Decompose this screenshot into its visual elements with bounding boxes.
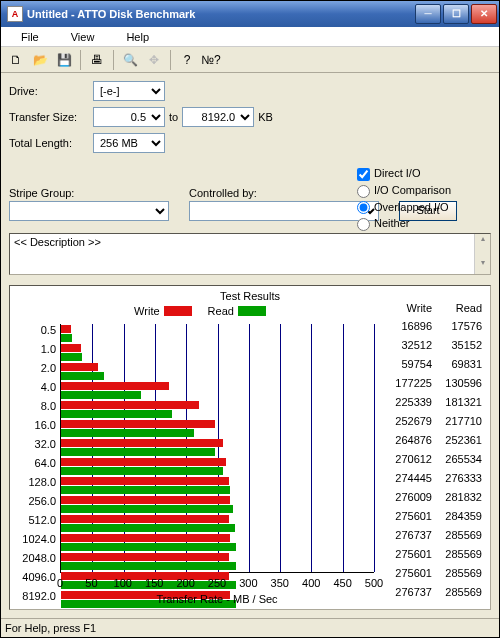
read-value: 284359 bbox=[432, 510, 482, 529]
write-bar bbox=[61, 496, 230, 504]
read-value: 181321 bbox=[432, 396, 482, 415]
y-tick-label: 256.0 bbox=[18, 495, 56, 514]
y-tick-label: 4.0 bbox=[18, 381, 56, 400]
write-bar bbox=[61, 515, 229, 523]
description-placeholder: << Description >> bbox=[14, 236, 101, 248]
menu-help[interactable]: Help bbox=[110, 28, 165, 46]
label-kb: KB bbox=[258, 111, 273, 123]
menu-file[interactable]: File bbox=[5, 28, 55, 46]
read-value: 217710 bbox=[432, 415, 482, 434]
neither-radio[interactable]: Neither bbox=[357, 217, 489, 231]
col-header-read: Read bbox=[432, 302, 482, 321]
menu-view[interactable]: View bbox=[55, 28, 111, 46]
preview-icon[interactable]: 🔍 bbox=[119, 49, 141, 71]
chart-xlabel: Transfer Rate - MB / Sec bbox=[60, 593, 374, 605]
write-value: 225339 bbox=[382, 396, 432, 415]
read-bar bbox=[61, 505, 233, 513]
read-value: 35152 bbox=[432, 339, 482, 358]
write-value: 59754 bbox=[382, 358, 432, 377]
description-box[interactable]: << Description >> ▴▾ bbox=[9, 233, 491, 275]
write-bar bbox=[61, 553, 229, 561]
read-value: 69831 bbox=[432, 358, 482, 377]
read-value: 130596 bbox=[432, 377, 482, 396]
direct-io-checkbox[interactable]: Direct I/O bbox=[357, 167, 489, 181]
save-icon[interactable]: 💾 bbox=[53, 49, 75, 71]
read-value: 285569 bbox=[432, 586, 482, 605]
y-tick-label: 8.0 bbox=[18, 400, 56, 419]
write-bar bbox=[61, 363, 98, 371]
read-value: 281832 bbox=[432, 491, 482, 510]
read-value: 285569 bbox=[432, 567, 482, 586]
read-value: 17576 bbox=[432, 320, 482, 339]
label-transfer-size: Transfer Size: bbox=[9, 111, 89, 123]
y-tick-label: 64.0 bbox=[18, 457, 56, 476]
results-title: Test Results bbox=[18, 290, 482, 302]
col-header-write: Write bbox=[382, 302, 432, 321]
y-tick-label: 8192.0 bbox=[18, 590, 56, 609]
help-icon[interactable]: ? bbox=[176, 49, 198, 71]
stripe-group-select[interactable] bbox=[9, 201, 169, 221]
close-button[interactable]: ✕ bbox=[471, 4, 497, 24]
label-to: to bbox=[169, 111, 178, 123]
transfer-size-from-select[interactable]: 0.5 bbox=[93, 107, 165, 127]
write-value: 275601 bbox=[382, 510, 432, 529]
window-title: Untitled - ATTO Disk Benchmark bbox=[27, 8, 415, 20]
y-tick-label: 16.0 bbox=[18, 419, 56, 438]
read-bar bbox=[61, 334, 72, 342]
label-controlled-by: Controlled by: bbox=[189, 187, 379, 199]
write-value: 264876 bbox=[382, 434, 432, 453]
new-icon[interactable]: 🗋 bbox=[5, 49, 27, 71]
read-bar bbox=[61, 391, 141, 399]
overlapped-io-radio[interactable]: Overlapped I/O bbox=[357, 201, 489, 215]
scrollbar[interactable]: ▴▾ bbox=[474, 234, 490, 274]
write-value: 275601 bbox=[382, 567, 432, 586]
test-results-panel: Test Results Write Read Write Read 0.51.… bbox=[9, 285, 491, 610]
legend-write: Write bbox=[134, 305, 191, 317]
write-value: 177225 bbox=[382, 377, 432, 396]
write-value: 270612 bbox=[382, 453, 432, 472]
read-bar bbox=[61, 543, 236, 551]
y-tick-label: 4096.0 bbox=[18, 571, 56, 590]
toolbar: 🗋 📂 💾 🖶 🔍 ✥ ? №? bbox=[1, 47, 499, 73]
label-drive: Drive: bbox=[9, 85, 89, 97]
move-icon[interactable]: ✥ bbox=[143, 49, 165, 71]
read-bar bbox=[61, 353, 82, 361]
drive-select[interactable]: [-e-] bbox=[93, 81, 165, 101]
write-bar bbox=[61, 382, 169, 390]
controlled-by-select[interactable] bbox=[189, 201, 379, 221]
read-bar bbox=[61, 524, 235, 532]
app-icon: A bbox=[7, 6, 23, 22]
y-tick-label: 128.0 bbox=[18, 476, 56, 495]
open-icon[interactable]: 📂 bbox=[29, 49, 51, 71]
write-value: 252679 bbox=[382, 415, 432, 434]
read-bar bbox=[61, 467, 223, 475]
y-tick-label: 0.5 bbox=[18, 324, 56, 343]
write-bar bbox=[61, 420, 215, 428]
transfer-size-to-select[interactable]: 8192.0 bbox=[182, 107, 254, 127]
y-tick-label: 2048.0 bbox=[18, 552, 56, 571]
statusbar: For Help, press F1 bbox=[1, 618, 499, 637]
print-icon[interactable]: 🖶 bbox=[86, 49, 108, 71]
read-bar bbox=[61, 448, 215, 456]
y-tick-label: 1024.0 bbox=[18, 533, 56, 552]
write-bar bbox=[61, 344, 81, 352]
minimize-button[interactable]: ─ bbox=[415, 4, 441, 24]
titlebar: A Untitled - ATTO Disk Benchmark ─ ☐ ✕ bbox=[1, 1, 499, 27]
y-tick-label: 2.0 bbox=[18, 362, 56, 381]
write-bar bbox=[61, 439, 223, 447]
whats-this-icon[interactable]: №? bbox=[200, 49, 222, 71]
write-value: 274445 bbox=[382, 472, 432, 491]
io-comparison-radio[interactable]: I/O Comparison bbox=[357, 184, 489, 198]
menubar: File View Help bbox=[1, 27, 499, 47]
write-value: 32512 bbox=[382, 339, 432, 358]
read-value: 265534 bbox=[432, 453, 482, 472]
read-value: 285569 bbox=[432, 529, 482, 548]
write-bar bbox=[61, 458, 226, 466]
total-length-select[interactable]: 256 MB bbox=[93, 133, 165, 153]
write-bar bbox=[61, 534, 230, 542]
read-bar bbox=[61, 562, 236, 570]
write-value: 276009 bbox=[382, 491, 432, 510]
read-bar bbox=[61, 372, 104, 380]
write-bar bbox=[61, 325, 71, 333]
maximize-button[interactable]: ☐ bbox=[443, 4, 469, 24]
